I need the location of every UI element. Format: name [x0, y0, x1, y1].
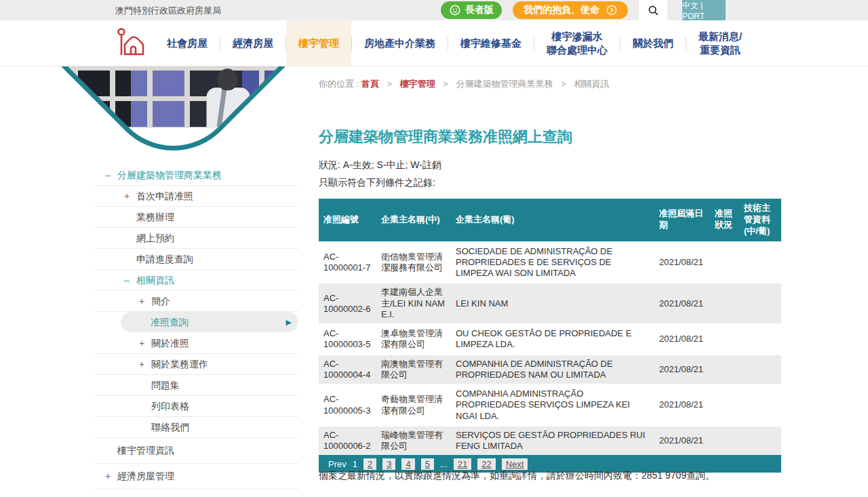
- nav-item-economic-housing[interactable]: 經濟房屋: [220, 20, 285, 66]
- cell-owner-pt: COMPANHIA DE ADMINISTRAÇÃO DE PROPRIEDAD…: [451, 355, 654, 385]
- elder-version-button[interactable]: 長者版: [441, 1, 502, 19]
- active-arrow-icon: ▶: [286, 312, 292, 332]
- person-head: [218, 68, 238, 90]
- cell-owner-pt: COMPANHIA ADMINISTRAÇÃO PROPRIEDADES SER…: [451, 384, 654, 426]
- person-silhouette: [207, 87, 250, 128]
- sidebar-item-license-enquiry[interactable]: 准照查詢 ▶: [95, 312, 298, 333]
- breadcrumb-separator: >: [561, 79, 566, 89]
- col-expiry: 准照屆滿日期: [654, 199, 710, 242]
- cell-owner-pt: SERVIÇOS DE GESTÃO PROPRIEDADES RUI FENG…: [451, 426, 654, 456]
- pagination-page-4[interactable]: 4: [401, 458, 414, 470]
- breadcrumb-condo-business: 分層建築物管理商業業務: [456, 79, 553, 89]
- table-row: AC-10000004-4 南澳物業管理有限公司 COMPANHIA DE AD…: [319, 355, 781, 385]
- sidebar-item-economic-housing-management[interactable]: +經濟房屋管理: [95, 464, 298, 490]
- search-icon: [648, 5, 659, 16]
- topbar-actions: 長者版 我們的抱負、使命 中文 | PORT: [441, 0, 726, 20]
- table-row: AC-10000003-5 澳卓物業管理清潔有限公司 OU CHEOK GEST…: [319, 324, 781, 355]
- sidebar-item-contact-us[interactable]: 聯絡我們: [95, 417, 298, 438]
- sidebar-item-about-business-operation[interactable]: +關於業務運作: [95, 354, 298, 375]
- cell-tech: [739, 426, 781, 456]
- nav-item-water-seepage-center[interactable]: 樓宇滲漏水聯合處理中心: [534, 20, 620, 66]
- language-switcher[interactable]: 中文 | PORT: [682, 0, 726, 20]
- cell-owner-zh: 澳卓物業管理清潔有限公司: [376, 324, 451, 355]
- pagination-ellipsis: ...: [440, 459, 448, 469]
- nav-item-social-housing[interactable]: 社會房屋: [155, 20, 220, 66]
- cctv-monitor-wall-photo: [58, 66, 295, 148]
- breadcrumb-separator: >: [443, 79, 448, 89]
- mission-button[interactable]: 我們的抱負、使命: [513, 1, 628, 19]
- cell-tech: [739, 355, 781, 385]
- sidebar-item-introduction[interactable]: +簡介: [95, 291, 298, 312]
- pagination-page-21[interactable]: 21: [454, 458, 471, 470]
- sidebar-item-business-handling[interactable]: 業務辦理: [95, 207, 298, 228]
- filter-note: 只顯示符合下列條件之記錄:: [319, 177, 435, 189]
- cell-license-no: AC-10000004-4: [319, 355, 376, 385]
- breadcrumb-current: 相關資訊: [574, 79, 609, 89]
- pagination-prev[interactable]: Prev: [328, 459, 347, 469]
- sidebar-item-condo-management-business[interactable]: –分層建築物管理商業業務: [95, 165, 298, 186]
- top-utility-bar: 澳門特別行政區政府房屋局 長者版 我們的抱負、使命 中文 | PORT: [0, 0, 868, 20]
- cell-owner-zh: 瑞峰物業管理有限公司: [376, 426, 451, 456]
- housing-bureau-logo-icon[interactable]: [114, 26, 146, 59]
- sidebar-item-building-management-info[interactable]: 樓宇管理資訊: [95, 438, 298, 464]
- sidebar-item-print-forms[interactable]: 列印表格: [95, 396, 298, 417]
- pagination-next[interactable]: Next: [502, 458, 528, 470]
- pagination-page-5[interactable]: 5: [421, 458, 434, 470]
- nav-list: 社會房屋 經濟房屋 樓宇管理 房地產中介業務 樓宇維修基金 樓宇滲漏水聯合處理中…: [155, 20, 754, 66]
- table-row: AC-10000002-6 李建南個人企業主/LEI KIN NAM E.I. …: [319, 283, 781, 324]
- sidebar-item-application-progress[interactable]: 申請進度查詢: [95, 249, 298, 270]
- sidebar-item-related-info[interactable]: –相關資訊: [95, 270, 298, 291]
- nav-item-repair-fund[interactable]: 樓宇維修基金: [448, 20, 534, 66]
- cell-expiry: 2021/08/21: [654, 324, 710, 355]
- cell-license-no: AC-10000005-3: [319, 384, 376, 426]
- breadcrumb-prefix: 你的位置 :: [319, 79, 359, 89]
- cell-status: [710, 384, 739, 426]
- cell-status: [710, 324, 739, 355]
- cell-status: [710, 283, 739, 324]
- sidebar-item-first-license-application[interactable]: +首次申請准照: [95, 186, 298, 207]
- col-owner-zh: 企業主名稱(中): [376, 199, 451, 242]
- pagination-page-2[interactable]: 2: [363, 458, 376, 470]
- col-owner-pt: 企業主名稱(葡): [451, 199, 654, 242]
- breadcrumb-separator: >: [387, 79, 392, 89]
- cell-tech: [739, 384, 781, 426]
- cell-expiry: 2021/08/21: [654, 283, 710, 324]
- nav-item-latest-news[interactable]: 最新消息/重要資訊: [686, 20, 754, 66]
- cell-owner-pt: SOCIEDADE DE ADMINISTRAÇÃO DE PROPRIEDAD…: [451, 242, 654, 283]
- cell-expiry: 2021/08/21: [654, 242, 710, 283]
- cell-status: [710, 426, 739, 456]
- cell-owner-pt: LEI KIN NAM: [451, 283, 654, 324]
- cell-expiry: 2021/08/21: [654, 384, 710, 426]
- col-status: 准照狀況: [710, 199, 739, 242]
- table-header-row: 准照編號 企業主名稱(中) 企業主名稱(葡) 准照屆滿日期 准照狀況 技術主管資…: [319, 199, 781, 242]
- hero-diamond-frame: [58, 66, 295, 158]
- pagination-page-22[interactable]: 22: [477, 458, 495, 470]
- cell-license-no: AC-10000003-5: [319, 324, 376, 355]
- cell-expiry: 2021/08/21: [654, 355, 710, 385]
- page: 澳門特別行政區政府房屋局 長者版 我們的抱負、使命 中文 | PORT: [0, 0, 868, 497]
- sidebar-item-about-license[interactable]: +關於准照: [95, 333, 298, 354]
- pagination-page-3[interactable]: 3: [382, 458, 395, 470]
- breadcrumb: 你的位置 : 首頁 > 樓宇管理 > 分層建築物管理商業業務 > 相關資訊: [319, 78, 609, 90]
- nav-item-building-management[interactable]: 樓宇管理: [286, 20, 351, 66]
- nav-item-about-us[interactable]: 關於我們: [620, 20, 686, 66]
- cell-license-no: AC-10000002-6: [319, 283, 376, 324]
- elder-version-label: 長者版: [465, 4, 494, 16]
- pagination-current-page: 1: [353, 459, 357, 469]
- nav-item-real-estate-agency[interactable]: 房地產中介業務: [352, 20, 448, 66]
- cell-status: [710, 355, 739, 385]
- contact-note: 個案之最新情況，以實際跟進情況為準，如垂詢詳情，請於辦公時間內致電：2851 9…: [319, 470, 715, 482]
- mission-label: 我們的抱負、使命: [524, 4, 599, 16]
- table-row: AC-10000006-2 瑞峰物業管理有限公司 SERVIÇOS DE GES…: [319, 426, 781, 456]
- sidebar-item-faq[interactable]: 問題集: [95, 375, 298, 396]
- sidebar-item-online-booking[interactable]: 網上預約: [95, 228, 298, 249]
- cell-license-no: AC-10000006-2: [319, 426, 376, 456]
- breadcrumb-building-management-link[interactable]: 樓宇管理: [400, 79, 435, 89]
- search-button[interactable]: [639, 0, 667, 20]
- license-table: 准照編號 企業主名稱(中) 企業主名稱(葡) 准照屆滿日期 准照狀況 技術主管資…: [319, 199, 781, 455]
- site-name: 澳門特別行政區政府房屋局: [115, 5, 221, 17]
- cell-tech: [739, 283, 781, 324]
- cell-owner-pt: OU CHEOK GESTÃO DE PROPRIEDADE E LIMPEZA…: [451, 324, 654, 355]
- arrow-circle-icon: [606, 5, 617, 16]
- breadcrumb-home-link[interactable]: 首頁: [361, 79, 379, 89]
